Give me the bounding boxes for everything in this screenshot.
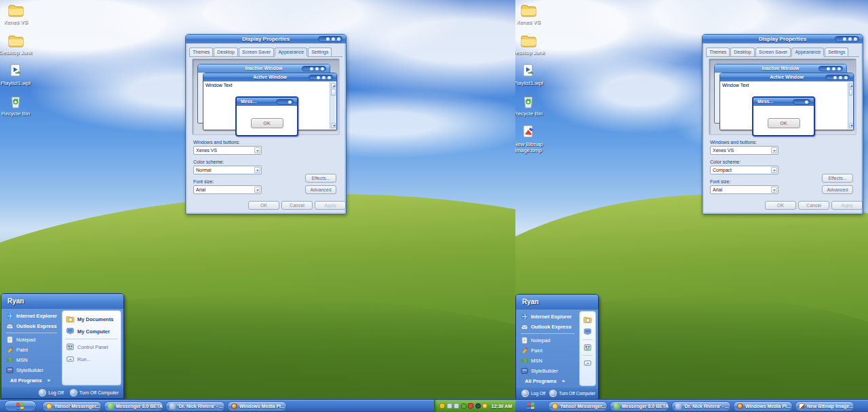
tab-screen-saver[interactable]: Screen Saver — [239, 48, 274, 56]
tab-themes[interactable]: Themes — [706, 48, 730, 56]
desktop-icon-playlist[interactable]: Playlist1.wpl — [515, 64, 549, 86]
chevron-down-icon[interactable] — [771, 167, 777, 173]
window-caption-buttons[interactable] — [318, 36, 342, 42]
menu-item-outlook-express[interactable]: Outlook Express — [518, 322, 577, 332]
start-menu-user: Ryan — [1, 294, 123, 309]
chevron-down-icon[interactable] — [254, 187, 260, 193]
tab-screen-saver[interactable]: Screen Saver — [755, 48, 791, 56]
menu-item-notepad[interactable]: Notepad — [3, 335, 60, 345]
windows-and-buttons-select[interactable]: Xenes VS — [710, 146, 778, 155]
advanced-button[interactable]: Advanced — [822, 185, 853, 194]
dialog-title-bar[interactable]: Display Properties — [186, 35, 346, 43]
windows-and-buttons-select[interactable]: Xenes VS — [193, 146, 262, 155]
tab-themes[interactable]: Themes — [189, 48, 213, 56]
menu-item-my-documents[interactable]: My Documents — [64, 313, 119, 325]
menu-item-msn[interactable]: MSN — [3, 355, 60, 365]
window-caption-buttons[interactable] — [835, 36, 859, 42]
taskbar-button-yahoo-messenger[interactable]: Yahoo! Messenger... — [548, 401, 608, 411]
taskbar-button-new-bitmap-image[interactable]: New Bitmap Image... — [795, 401, 854, 411]
close-icon[interactable] — [337, 37, 340, 41]
minimize-icon[interactable] — [326, 37, 330, 41]
chevron-down-icon[interactable] — [771, 187, 777, 193]
desktop-icon-playlist[interactable]: Playlist1.wpl — [0, 64, 37, 86]
color-scheme-select[interactable]: Normal — [193, 166, 262, 174]
log-off-button[interactable]: Log Off — [521, 390, 545, 397]
dialog-title-bar[interactable]: Display Properties — [703, 35, 863, 43]
menu-item-stylebuilder[interactable]: StyleBuilder — [518, 366, 577, 376]
menu-item-stylebuilder[interactable]: StyleBuilder — [3, 365, 60, 375]
tab-settings[interactable]: Settings — [308, 48, 332, 56]
taskbar-button-windows-media-player[interactable]: Windows Media Pl... — [733, 401, 793, 411]
desktop-icon-recycle-bin[interactable]: Recycle Bin — [0, 94, 37, 117]
plug-icon[interactable] — [454, 403, 459, 409]
desktop-icon-new-bitmap-image[interactable]: New Bitmap Image.bmp — [515, 125, 549, 153]
taskbar-button-messenger-beta[interactable]: Messenger 8.0 BETA — [104, 401, 163, 411]
desktop-icon-xenes-vs[interactable]: Xenes VS — [515, 3, 549, 25]
security-shield-icon[interactable] — [439, 403, 445, 409]
taskbar-button-dr-nick[interactable]: 'Dr. Nick Riviera' - ... — [671, 401, 731, 411]
start-button[interactable] — [519, 400, 542, 411]
maximize-icon[interactable] — [332, 37, 335, 41]
turn-off-computer-button[interactable]: Turn Off Computer — [70, 389, 119, 396]
taskbar-button-yahoo-messenger[interactable]: Yahoo! Messenger... — [42, 401, 102, 411]
menu-item-my-computer[interactable] — [581, 326, 594, 338]
desktop-icon-xenes-vs[interactable]: Xenes VS — [0, 3, 37, 25]
tab-settings[interactable]: Settings — [825, 48, 848, 56]
desktop-icon-recycle-bin[interactable]: Recycle Bin — [515, 94, 549, 117]
all-programs-button[interactable]: All Programs » — [518, 376, 577, 386]
all-programs-button[interactable]: All Programs » — [3, 375, 60, 386]
effects-button[interactable]: Effects... — [822, 174, 853, 183]
menu-item-outlook-express[interactable]: Outlook Express — [3, 321, 60, 331]
maximize-icon[interactable] — [848, 37, 852, 41]
chevron-down-icon[interactable] — [254, 147, 260, 153]
advanced-button[interactable]: Advanced — [305, 185, 336, 194]
menu-item-paint[interactable]: Paint — [518, 345, 577, 356]
font-size-select[interactable]: Arial — [710, 185, 778, 194]
cancel-button[interactable]: Cancel — [798, 201, 829, 210]
menu-item-my-computer[interactable]: My Computer — [64, 325, 119, 337]
desktop-icon-desktop-junk[interactable]: Desktop Junk — [0, 33, 37, 56]
menu-item-paint[interactable]: Paint — [3, 345, 60, 355]
menu-item-run[interactable] — [581, 357, 594, 369]
tab-appearance[interactable]: Appearance — [275, 48, 307, 56]
close-icon[interactable] — [854, 37, 857, 41]
log-off-button[interactable]: Log Off — [39, 389, 64, 396]
clock-icon[interactable] — [475, 403, 481, 409]
menu-item-msn[interactable]: MSN — [518, 356, 577, 366]
start-button[interactable] — [4, 400, 37, 411]
menu-item-label: Outlook Express — [16, 323, 57, 329]
taskbar-button-messenger-beta[interactable]: Messenger 8.0 BETA — [610, 401, 669, 411]
tab-appearance[interactable]: Appearance — [791, 48, 824, 56]
tab-desktop[interactable]: Desktop — [730, 48, 755, 56]
menu-item-internet-explorer[interactable]: Internet Explorer — [518, 312, 577, 322]
chevron-down-icon[interactable] — [254, 167, 260, 173]
menu-item-control-panel[interactable] — [581, 341, 594, 354]
tab-desktop[interactable]: Desktop — [214, 48, 238, 56]
ok-button[interactable]: OK — [765, 201, 796, 210]
yahoo-smiley-icon[interactable] — [482, 403, 488, 409]
taskbar-button-dr-nick[interactable]: 'Dr. Nick Riviera' - ... — [165, 401, 225, 411]
cancel-button[interactable]: Cancel — [281, 201, 313, 210]
font-size-select[interactable]: Arial — [193, 185, 262, 194]
apply-button[interactable]: Apply — [315, 201, 346, 210]
messenger-person-icon[interactable] — [461, 403, 467, 409]
effects-button[interactable]: Effects... — [305, 174, 336, 183]
ok-button[interactable]: OK — [248, 201, 279, 210]
minimize-icon[interactable] — [843, 37, 846, 41]
taskbar-button-windows-media-player[interactable]: Windows Media Pl... — [227, 401, 287, 411]
tab-divider — [189, 56, 342, 57]
plug-icon[interactable] — [447, 403, 452, 409]
turn-off-computer-button[interactable]: Turn Off Computer — [549, 390, 595, 397]
menu-item-notepad[interactable]: Notepad — [518, 335, 577, 345]
desktop-icon-desktop-junk[interactable]: Desktop Junk — [515, 33, 549, 56]
alert-shield-icon[interactable] — [468, 403, 473, 409]
menu-item-control-panel[interactable]: Control Panel — [64, 341, 119, 353]
menu-item-run[interactable]: Run... — [64, 353, 119, 365]
color-scheme-select[interactable]: Compact — [710, 166, 778, 174]
menu-item-my-documents[interactable] — [581, 314, 594, 326]
apply-button[interactable]: Apply — [831, 201, 863, 210]
dialog-tabs: Themes Desktop Screen Saver Appearance S… — [706, 48, 859, 56]
chevron-down-icon[interactable] — [771, 147, 777, 153]
tray-clock[interactable]: 12:30 AM — [492, 404, 512, 409]
menu-item-internet-explorer[interactable]: Internet Explorer — [3, 311, 60, 321]
